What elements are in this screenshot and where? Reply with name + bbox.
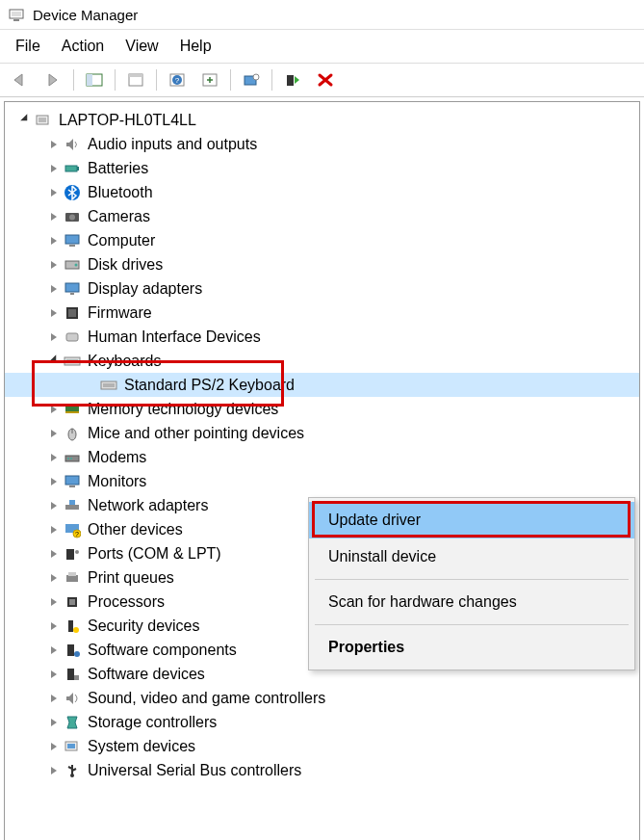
- tree-category-computer[interactable]: Computer: [5, 228, 639, 252]
- context-menu-update-driver[interactable]: Update driver: [309, 502, 634, 538]
- expand-chevron-icon[interactable]: [47, 309, 61, 317]
- memory-icon: [63, 400, 82, 419]
- tree-category-firmware[interactable]: Firmware: [5, 301, 639, 325]
- device-tree[interactable]: LAPTOP-HL0TL4LLAudio inputs and outputsB…: [4, 101, 640, 840]
- tree-category-system[interactable]: System devices: [5, 734, 639, 758]
- tree-category-mouse[interactable]: Mice and other pointing devices: [5, 421, 639, 445]
- tree-root-computer[interactable]: LAPTOP-HL0TL4LL: [5, 108, 639, 132]
- forward-button[interactable]: [39, 67, 67, 92]
- menu-help[interactable]: Help: [180, 38, 212, 55]
- expand-chevron-icon[interactable]: [47, 285, 61, 293]
- svg-rect-50: [66, 549, 74, 560]
- enable-button[interactable]: [278, 67, 307, 92]
- tree-category-memory[interactable]: Memory technology devices: [5, 397, 639, 421]
- svg-rect-22: [69, 245, 75, 247]
- tree-category-bluetooth[interactable]: Bluetooth: [5, 180, 639, 204]
- context-menu-uninstall[interactable]: Uninstall device: [309, 538, 634, 575]
- svg-rect-56: [68, 620, 73, 632]
- device-manager-icon: [8, 6, 25, 23]
- scan-hardware-button[interactable]: [237, 67, 266, 92]
- tree-category-usb[interactable]: Universal Serial Bus controllers: [5, 758, 639, 782]
- tree-category-camera[interactable]: Cameras: [5, 204, 639, 228]
- svg-point-24: [75, 263, 78, 266]
- svg-rect-15: [39, 118, 46, 122]
- expand-chevron-icon[interactable]: [47, 333, 61, 341]
- tree-node-label: System devices: [88, 734, 195, 758]
- help-button[interactable]: ?: [163, 67, 192, 92]
- tree-category-keyboard[interactable]: Keyboards: [5, 349, 639, 373]
- svg-point-51: [75, 550, 79, 554]
- expand-chevron-icon[interactable]: [47, 189, 61, 197]
- tree-category-battery[interactable]: Batteries: [5, 156, 639, 180]
- svg-point-20: [69, 214, 75, 220]
- svg-rect-6: [129, 74, 142, 77]
- svg-rect-52: [66, 575, 78, 582]
- title-bar: Device Manager: [0, 0, 644, 30]
- uninstall-button[interactable]: [311, 67, 340, 92]
- tree-node-label: Security devices: [88, 614, 200, 638]
- context-menu-properties[interactable]: Properties: [309, 629, 634, 666]
- expand-chevron-icon[interactable]: [47, 550, 61, 558]
- expand-chevron-icon[interactable]: [47, 743, 61, 750]
- expand-chevron-icon[interactable]: [47, 670, 61, 678]
- expand-chevron-icon[interactable]: [18, 116, 32, 125]
- tree-device-keyboard[interactable]: Standard PS/2 Keyboard: [5, 373, 639, 397]
- svg-rect-46: [69, 500, 75, 505]
- tree-category-monitor[interactable]: Monitors: [5, 469, 639, 493]
- show-hide-console-button[interactable]: [80, 67, 109, 92]
- expand-chevron-icon[interactable]: [47, 574, 61, 582]
- tree-node-label: Batteries: [88, 156, 148, 180]
- tree-category-speaker[interactable]: Audio inputs and outputs: [5, 132, 639, 156]
- expand-chevron-icon[interactable]: [47, 598, 61, 606]
- expand-chevron-icon[interactable]: [47, 478, 61, 486]
- expand-chevron-icon[interactable]: [47, 213, 61, 221]
- expand-chevron-icon[interactable]: [47, 141, 61, 148]
- expand-chevron-icon[interactable]: [47, 526, 61, 534]
- tree-node-label: Display adapters: [88, 276, 202, 301]
- svg-rect-21: [65, 235, 79, 244]
- tree-category-display[interactable]: Display adapters: [5, 276, 639, 301]
- monitor-icon: [63, 472, 82, 491]
- expand-chevron-icon[interactable]: [47, 622, 61, 630]
- svg-text:?: ?: [75, 531, 79, 538]
- expand-chevron-icon[interactable]: [47, 454, 61, 461]
- tree-category-storage[interactable]: Storage controllers: [5, 710, 639, 734]
- context-menu: Update driver Uninstall device Scan for …: [308, 497, 635, 670]
- tree-node-label: LAPTOP-HL0TL4LL: [59, 108, 196, 132]
- tree-category-sound[interactable]: Sound, video and game controllers: [5, 686, 639, 710]
- svg-rect-4: [87, 74, 92, 86]
- svg-rect-28: [68, 309, 76, 317]
- expand-chevron-icon[interactable]: [47, 719, 61, 726]
- svg-point-59: [74, 651, 80, 657]
- svg-rect-16: [65, 166, 77, 171]
- expand-chevron-icon[interactable]: [47, 406, 61, 413]
- menu-action[interactable]: Action: [62, 38, 104, 55]
- expand-chevron-icon[interactable]: [47, 767, 61, 774]
- tree-category-modem[interactable]: Modems: [5, 445, 639, 469]
- tree-category-hid[interactable]: Human Interface Devices: [5, 325, 639, 349]
- action-button[interactable]: [195, 67, 224, 92]
- cpu-icon: [63, 592, 82, 612]
- expand-chevron-icon[interactable]: [47, 502, 61, 510]
- expand-chevron-icon[interactable]: [47, 430, 61, 437]
- expand-chevron-icon[interactable]: [47, 261, 61, 269]
- expand-chevron-icon[interactable]: [47, 356, 61, 366]
- tree-node-label: Software devices: [88, 662, 205, 686]
- tree-node-label: Audio inputs and outputs: [88, 132, 257, 156]
- root-icon: [34, 111, 53, 130]
- toolbar-separator: [156, 69, 157, 91]
- menu-file[interactable]: File: [15, 38, 40, 55]
- expand-chevron-icon[interactable]: [47, 237, 61, 245]
- tree-category-disk[interactable]: Disk drives: [5, 252, 639, 276]
- expand-chevron-icon[interactable]: [47, 165, 61, 172]
- usb-icon: [63, 761, 82, 780]
- tree-node-label: Sound, video and game controllers: [88, 686, 325, 710]
- firmware-icon: [63, 303, 82, 323]
- expand-chevron-icon[interactable]: [47, 695, 61, 702]
- context-menu-scan[interactable]: Scan for hardware changes: [309, 584, 634, 620]
- back-button[interactable]: [6, 67, 35, 92]
- menu-view[interactable]: View: [125, 38, 158, 55]
- swdev-icon: [63, 665, 82, 684]
- properties-button[interactable]: [121, 67, 150, 92]
- expand-chevron-icon[interactable]: [47, 646, 61, 654]
